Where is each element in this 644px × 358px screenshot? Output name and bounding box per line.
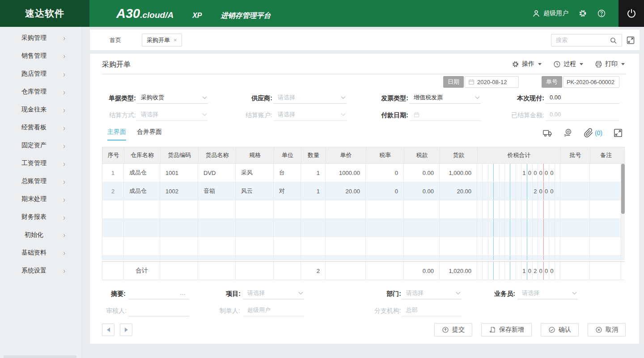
summary-more-button[interactable]: … bbox=[180, 288, 186, 298]
sidebar-item[interactable]: 初始化› bbox=[0, 226, 81, 244]
tab-main-view[interactable]: 主界面 bbox=[107, 128, 126, 141]
table-cell[interactable] bbox=[326, 219, 366, 237]
table-cell[interactable] bbox=[198, 256, 236, 260]
tab-close-icon[interactable]: × bbox=[174, 37, 177, 43]
table-cell[interactable]: 0 bbox=[366, 164, 404, 182]
tab-home[interactable]: 首页 bbox=[110, 36, 121, 44]
table-cell[interactable] bbox=[404, 200, 440, 219]
table-cell[interactable] bbox=[160, 256, 198, 260]
table-cell[interactable]: 风云 bbox=[236, 182, 274, 200]
table-cell[interactable]: 1 bbox=[301, 182, 326, 200]
table-cell[interactable]: 100000 bbox=[477, 164, 560, 182]
auditor-input[interactable] bbox=[128, 305, 189, 316]
table-scrollbar[interactable] bbox=[621, 164, 625, 260]
table-cell[interactable]: 1000.00 bbox=[326, 164, 366, 182]
sidebar-item[interactable]: 经营看板› bbox=[0, 119, 81, 136]
table-cell[interactable] bbox=[366, 200, 404, 219]
next-record-button[interactable] bbox=[120, 324, 132, 336]
table-cell[interactable] bbox=[404, 219, 440, 237]
table-cell[interactable] bbox=[404, 256, 440, 260]
cash-paid-input[interactable]: 0.00 bbox=[545, 92, 619, 104]
table-cell[interactable] bbox=[124, 256, 160, 260]
table-cell[interactable] bbox=[366, 256, 404, 260]
table-cell[interactable] bbox=[274, 200, 301, 219]
no-input[interactable]: PK-2020-06-00002 bbox=[563, 76, 619, 88]
submit-button[interactable]: 提交 bbox=[434, 323, 472, 337]
table-cell[interactable]: 1,000.00 bbox=[440, 164, 477, 182]
table-cell[interactable] bbox=[301, 200, 326, 219]
sidebar-item[interactable]: 基础资料› bbox=[0, 244, 81, 262]
supplier-select[interactable]: 请选择 bbox=[273, 92, 347, 104]
scrollbar-thumb[interactable] bbox=[621, 164, 625, 214]
save-new-button[interactable]: 保存新增 bbox=[481, 323, 532, 337]
table-cell[interactable] bbox=[560, 182, 590, 200]
table-cell[interactable] bbox=[560, 164, 590, 182]
table-cell[interactable]: 1001 bbox=[160, 164, 198, 182]
tax-icon[interactable]: 税 bbox=[563, 128, 573, 138]
table-cell[interactable] bbox=[102, 200, 124, 219]
table-cell[interactable] bbox=[124, 200, 160, 219]
table-cell[interactable] bbox=[590, 237, 621, 256]
table-cell[interactable] bbox=[440, 219, 477, 237]
table-cell[interactable] bbox=[477, 237, 560, 256]
sidebar-item[interactable]: 总账管理› bbox=[0, 172, 81, 190]
prev-record-button[interactable] bbox=[102, 324, 114, 336]
delivery-truck-icon[interactable] bbox=[542, 128, 552, 138]
sidebar-item[interactable]: 采购管理› bbox=[0, 29, 81, 47]
tab-merged-view[interactable]: 合并界面 bbox=[137, 128, 162, 141]
operate-dropdown[interactable]: 操作 bbox=[512, 60, 542, 68]
search-box[interactable]: 搜索 bbox=[551, 34, 622, 47]
table-cell[interactable]: 1 bbox=[301, 164, 326, 182]
sidebar-item[interactable]: 期末处理› bbox=[0, 190, 81, 208]
table-cell[interactable] bbox=[274, 256, 301, 260]
summary-input[interactable]: … bbox=[128, 288, 189, 299]
table-cell[interactable]: DVD bbox=[198, 164, 236, 182]
table-cell[interactable] bbox=[440, 200, 477, 219]
table-cell[interactable] bbox=[366, 237, 404, 256]
table-cell[interactable] bbox=[160, 219, 198, 237]
sidebar-item[interactable]: 系统设置› bbox=[0, 262, 81, 280]
table-cell[interactable] bbox=[236, 256, 274, 260]
table-cell[interactable] bbox=[590, 219, 621, 237]
date-input[interactable]: 2020-08-12 bbox=[465, 76, 519, 88]
search-icon[interactable] bbox=[610, 37, 617, 44]
table-cell[interactable]: 2000 bbox=[477, 182, 560, 200]
table-cell[interactable] bbox=[102, 237, 124, 256]
table-cell[interactable]: 成品仓 bbox=[124, 164, 160, 182]
settings-icon[interactable] bbox=[578, 9, 587, 18]
confirm-button[interactable]: 确认 bbox=[541, 323, 579, 337]
table-cell[interactable] bbox=[590, 164, 621, 182]
table-cell[interactable] bbox=[590, 256, 621, 260]
table-cell[interactable] bbox=[236, 200, 274, 219]
sidebar-item[interactable]: 销售管理› bbox=[0, 47, 81, 65]
table-cell[interactable] bbox=[198, 237, 236, 256]
table-cell[interactable] bbox=[560, 200, 590, 219]
table-cell[interactable]: 0.00 bbox=[404, 182, 440, 200]
table-cell[interactable]: 20.00 bbox=[326, 182, 366, 200]
table-cell[interactable] bbox=[404, 237, 440, 256]
table-cell[interactable] bbox=[560, 256, 590, 260]
table-cell[interactable] bbox=[124, 219, 160, 237]
tab-active[interactable]: 采购开单 × bbox=[142, 34, 182, 47]
doc-type-select[interactable]: 采购收货 bbox=[136, 92, 208, 104]
sidebar-item[interactable]: 固定资产› bbox=[0, 136, 81, 154]
table-cell[interactable] bbox=[326, 237, 366, 256]
table-cell[interactable] bbox=[236, 237, 274, 256]
table-cell[interactable] bbox=[590, 182, 621, 200]
table-cell[interactable] bbox=[274, 219, 301, 237]
table-cell[interactable]: 0.00 bbox=[404, 164, 440, 182]
table-cell[interactable] bbox=[102, 219, 124, 237]
table-cell[interactable] bbox=[274, 237, 301, 256]
table-cell[interactable] bbox=[366, 219, 404, 237]
table-cell[interactable] bbox=[440, 237, 477, 256]
table-cell[interactable] bbox=[477, 219, 560, 237]
department-select[interactable]: 请选择 bbox=[402, 288, 462, 299]
attachments-button[interactable]: (0) bbox=[584, 128, 602, 138]
table-cell[interactable] bbox=[477, 256, 560, 260]
table-cell[interactable]: 音箱 bbox=[198, 182, 236, 200]
logout-button[interactable] bbox=[619, 0, 644, 27]
print-dropdown[interactable]: 打印 bbox=[595, 60, 625, 68]
expand-table-icon[interactable] bbox=[613, 128, 623, 138]
user-menu[interactable]: 超级用户 bbox=[532, 9, 568, 18]
table-cell[interactable]: 1 bbox=[102, 164, 124, 182]
